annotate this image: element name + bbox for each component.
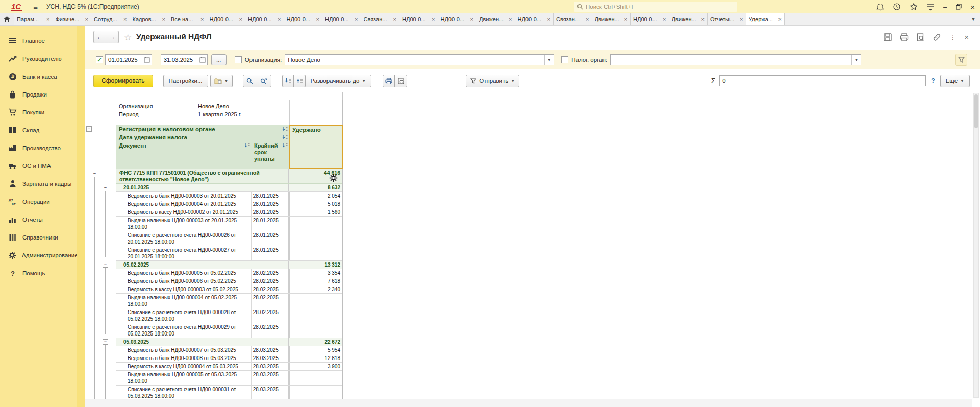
tab[interactable]: НД00-0...× [284,13,323,25]
sidebar-item-operations-dtkt[interactable]: ДтКтОперации [0,193,77,210]
period-checkbox[interactable]: ✓ [96,56,103,63]
expander-icon[interactable] [103,339,108,345]
fns-label-cell[interactable]: ФНС 7715 КПП 771501001 (Общество с огран… [116,169,288,183]
report-row[interactable]: Списание с расчетного счета НД00-000026 … [116,231,342,246]
document-cell[interactable]: Выдача наличных НД00-000003 от 20.01.202… [116,217,251,231]
link-icon[interactable] [933,33,941,41]
tab-close-icon[interactable]: × [586,16,589,22]
tab-close-icon[interactable]: × [701,16,705,22]
tab-close-icon[interactable]: × [740,16,743,22]
vertical-scrollbar[interactable] [973,93,979,398]
tab[interactable]: Движен...× [476,13,515,25]
document-cell[interactable]: Ведомость в банк НД00-000003 от 20.01.20… [116,192,251,200]
report-row[interactable]: Списание с расчетного счета НД00-000031 … [116,386,342,400]
group-amount-cell[interactable]: 22 672 [288,338,342,346]
date-from-input[interactable]: 01.01.2025 [105,54,152,65]
due-date-cell[interactable]: 28.01.2025 [251,192,289,200]
sidebar-item-reports-chart[interactable]: Отчеты [0,210,77,228]
header-hold-date[interactable]: Дата удержания налога [116,133,289,141]
due-date-cell[interactable]: 28.03.2025 [251,354,289,362]
amount-cell[interactable] [288,246,342,260]
report-row[interactable]: Ведомость в банк НД00-000008 от 05.03.20… [116,354,342,363]
group-date-cell[interactable]: 05.03.2025 [116,338,288,346]
due-date-cell[interactable]: 28.02.2025 [251,285,289,293]
document-cell[interactable]: Ведомость в банк НД00-000006 от 05.02.20… [116,277,251,285]
sort-icon[interactable] [282,142,288,148]
tab[interactable]: НД00-0...× [245,13,284,25]
report-row[interactable]: Списание с расчетного счета НД00-000029 … [116,323,342,338]
group-row[interactable]: 20.01.20258 632 [116,184,342,192]
tab[interactable]: Все на...× [168,13,207,25]
calendar-icon[interactable] [144,57,150,63]
amount-cell[interactable] [288,323,342,338]
document-cell[interactable]: Списание с расчетного счета НД00-000028 … [116,308,251,323]
report-row[interactable]: Выдача наличных НД00-000004 от 05.02.202… [116,294,342,308]
tax-authority-checkbox[interactable] [561,56,568,63]
sidebar-item-main-menu[interactable]: Главное [0,32,77,50]
help-button[interactable]: ? [931,77,935,84]
more-actions-icon[interactable]: ⋮ [949,33,956,41]
due-date-cell[interactable]: 28.02.2025 [251,308,289,323]
header-due[interactable]: Крайний срок уплаты [252,141,289,169]
due-date-cell[interactable]: 28.03.2025 [251,346,289,354]
tab-close-icon[interactable]: × [778,16,782,22]
due-date-cell[interactable]: 28.01.2025 [251,200,289,208]
amount-cell[interactable]: 2 340 [288,285,342,293]
tab[interactable]: НД00-0...× [399,13,438,25]
amount-cell[interactable]: 5 018 [288,200,342,208]
due-date-cell[interactable]: 28.01.2025 [251,231,289,246]
due-date-cell[interactable]: 28.02.2025 [251,277,289,285]
period-more-button[interactable]: ... [211,54,227,65]
tab[interactable]: Сотруд...× [91,13,130,25]
tab[interactable]: НД00-0...× [207,13,246,25]
filter-funnel-button[interactable] [955,54,967,66]
minimize-button[interactable]: – [943,4,947,10]
main-menu-icon[interactable]: ≡ [33,3,37,11]
favorite-star-icon[interactable]: ☆ [124,32,132,43]
document-cell[interactable]: Ведомость в банк НД00-000007 от 05.03.20… [116,346,251,354]
sidebar-item-purchases-cart[interactable]: Покупки [0,103,77,121]
report-row[interactable]: Ведомость в банк НД00-000006 от 05.02.20… [116,277,342,285]
document-cell[interactable]: Ведомость в кассу НД00-000004 от 05.03.2… [116,363,251,370]
horizontal-scroll-area[interactable] [85,399,972,407]
chevron-down-icon[interactable]: ▼ [544,55,554,65]
sidebar-item-warehouse-grid[interactable]: Склад [0,121,77,139]
preview-icon[interactable] [917,33,924,41]
expand-rows-button[interactable] [282,75,294,87]
tab[interactable]: НД00-0...× [322,13,361,25]
report-row[interactable]: Ведомость в банк НД00-000007 от 05.03.20… [116,346,342,354]
document-cell[interactable]: Ведомость в банк НД00-000004 от 20.01.20… [116,200,251,208]
tab-close-icon[interactable]: × [200,16,204,22]
global-search-input[interactable]: Поиск Ctrl+Shift+F [574,2,737,12]
tab-close-icon[interactable]: × [509,16,512,22]
organization-checkbox[interactable] [235,56,242,63]
back-button[interactable]: ← [93,31,106,43]
sort-icon[interactable] [282,126,288,132]
tab-close-icon[interactable]: × [624,16,627,22]
tab-close-icon[interactable]: × [123,16,127,22]
tab[interactable]: Связан...× [554,13,592,25]
tab-close-icon[interactable]: × [316,16,319,22]
tab-close-icon[interactable]: × [355,16,358,22]
document-cell[interactable]: Списание с расчетного счета НД00-000027 … [116,246,251,260]
expander-icon[interactable] [92,171,97,176]
sidebar-item-bank-ruble[interactable]: ₽Банк и касса [0,67,77,85]
tab[interactable]: Парам...× [14,13,53,25]
collapse-rows-button[interactable] [294,75,306,87]
document-cell[interactable]: Выдача наличных НД00-000005 от 05.03.202… [116,371,251,385]
scrollbar-thumb[interactable] [974,94,978,128]
document-cell[interactable]: Списание с расчетного счета НД00-000031 … [116,386,251,400]
amount-cell[interactable]: 1 560 [288,208,342,216]
due-date-cell[interactable]: 28.02.2025 [251,269,289,277]
report-row[interactable]: Выдача наличных НД00-000003 от 20.01.202… [116,217,342,231]
amount-cell[interactable] [288,386,342,400]
sort-icon[interactable] [244,142,250,148]
tab-close-icon[interactable]: × [239,16,242,22]
due-date-cell[interactable]: 28.02.2025 [251,323,289,338]
tab-close-icon[interactable]: × [85,16,88,22]
restore-button[interactable] [956,4,962,10]
report-row[interactable]: Списание с расчетного счета НД00-000027 … [116,246,342,261]
notifications-bell-icon[interactable] [876,3,884,11]
report-row[interactable]: Ведомость в банк НД00-000003 от 20.01.20… [116,192,342,200]
cancel-search-button[interactable] [257,75,271,87]
